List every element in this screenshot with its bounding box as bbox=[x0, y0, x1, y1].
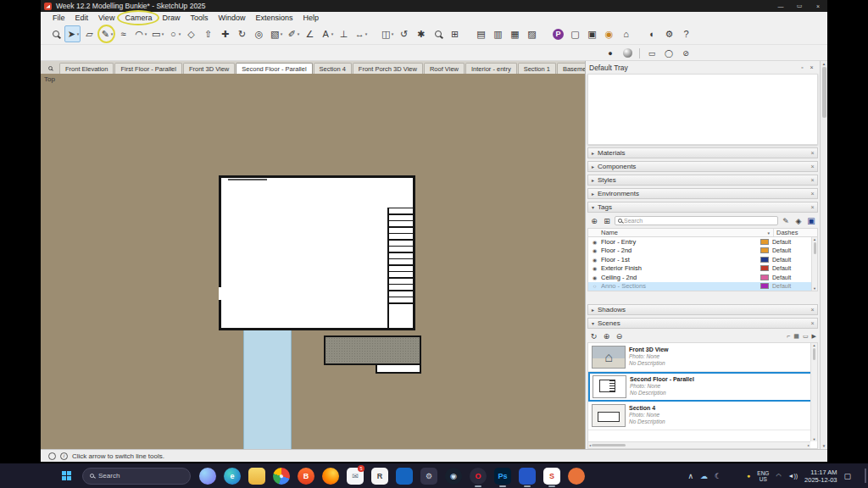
tray-section-materials[interactable]: ▸ Materials × bbox=[587, 147, 818, 158]
tag-row[interactable]: ◉ Floor - 1st Default bbox=[588, 255, 817, 264]
brave-icon[interactable]: B bbox=[296, 465, 316, 487]
tray-section-shadows[interactable]: ▸ Shadows × bbox=[587, 304, 818, 315]
scroll-left-icon[interactable]: ◂ bbox=[589, 443, 591, 447]
tab-section-1[interactable]: Section 1 bbox=[518, 63, 556, 74]
scale-tool-icon[interactable]: ▧ bbox=[268, 25, 284, 42]
edge-icon[interactable]: e bbox=[222, 465, 242, 487]
maximize-button[interactable]: ▭ bbox=[790, 0, 809, 12]
line-tool-icon[interactable]: ✎ bbox=[98, 25, 114, 42]
tag-dashes-value[interactable]: Default bbox=[772, 274, 810, 280]
tag-dashes-value[interactable]: Default bbox=[772, 247, 810, 253]
photoshop-icon[interactable]: Ps bbox=[492, 465, 513, 487]
menu-tools[interactable]: Tools bbox=[185, 14, 213, 22]
purge-tags-icon[interactable]: ▣ bbox=[806, 216, 816, 226]
sandbox-from-contours-icon[interactable]: ▤ bbox=[473, 25, 489, 42]
add-tag-button[interactable]: ⊕ bbox=[589, 216, 599, 226]
ellipse-style-icon[interactable]: ◯ bbox=[662, 47, 676, 59]
dimension-tool-icon[interactable]: ↔ bbox=[353, 25, 369, 42]
select-tool-icon[interactable]: ➤ bbox=[64, 25, 81, 42]
opera-icon[interactable]: O bbox=[468, 465, 488, 487]
close-icon[interactable]: × bbox=[808, 191, 817, 197]
remove-scene-button[interactable]: ⊖ bbox=[615, 332, 624, 341]
text-tool-icon[interactable]: A bbox=[319, 25, 335, 42]
rectangle-style-icon[interactable]: ▭ bbox=[645, 47, 659, 59]
zoom-tool-icon[interactable] bbox=[47, 25, 64, 42]
scenes-horizontal-scrollbar[interactable]: ◂ ▸ bbox=[588, 441, 810, 448]
scrollbar-thumb[interactable] bbox=[813, 348, 815, 360]
language-indicator[interactable]: ENG US bbox=[757, 470, 769, 482]
visibility-eye-icon[interactable]: ◉ bbox=[588, 247, 601, 253]
update-scene-button[interactable]: ↻ bbox=[589, 332, 598, 341]
scenes-scrollbar[interactable]: ▲ ▼ bbox=[810, 343, 817, 441]
podium-options-icon[interactable]: ▢ bbox=[567, 25, 583, 42]
add-scene-button[interactable]: ⊕ bbox=[602, 332, 611, 341]
tag-row[interactable]: ◉ Ceiling - 2nd Default bbox=[588, 273, 817, 282]
notification-bell-icon[interactable]: ▢ bbox=[843, 472, 851, 480]
tag-color-swatch[interactable] bbox=[760, 274, 769, 280]
tag-color-icon[interactable]: ◈ bbox=[793, 216, 804, 226]
position-camera-icon[interactable]: ▣ bbox=[584, 25, 600, 42]
tape-measure-tool-icon[interactable]: ✐ bbox=[285, 25, 301, 42]
geolocation-icon[interactable] bbox=[48, 452, 56, 460]
section-plane-tool-icon[interactable]: ◫ bbox=[379, 25, 395, 42]
close-icon[interactable]: × bbox=[808, 320, 817, 326]
visibility-eye-icon[interactable]: ◉ bbox=[588, 257, 601, 263]
zoom-window-tool-icon[interactable] bbox=[430, 25, 446, 42]
tag-dashes-value[interactable]: Default bbox=[772, 257, 810, 263]
edit-tag-icon[interactable]: ✎ bbox=[781, 216, 791, 226]
tab-front-elevation[interactable]: Front Elevation bbox=[59, 63, 114, 74]
tag-color-swatch[interactable] bbox=[760, 257, 769, 263]
weather-cloud-icon[interactable]: ☁ bbox=[700, 472, 708, 480]
menu-window[interactable]: Window bbox=[213, 14, 250, 22]
close-button[interactable]: × bbox=[809, 0, 827, 12]
rectangle-tool-icon[interactable]: ▭ bbox=[149, 25, 165, 42]
sketchup-icon[interactable]: S bbox=[542, 465, 562, 487]
zoom-extents-tool-icon[interactable]: ⊞ bbox=[447, 25, 463, 42]
tag-color-swatch[interactable] bbox=[760, 265, 769, 271]
tags-scrollbar[interactable]: ▲ ▼ bbox=[811, 237, 817, 291]
file-explorer-icon[interactable] bbox=[247, 465, 267, 487]
moon-icon[interactable]: ☾ bbox=[715, 472, 721, 480]
scene-item-front-3d-view[interactable]: Front 3D View Photo: None No Description bbox=[588, 343, 817, 372]
menu-camera[interactable]: Camera bbox=[120, 14, 157, 22]
tag-dashes-value[interactable]: Default bbox=[772, 283, 810, 289]
play-animation-icon[interactable]: ▶ bbox=[812, 333, 816, 340]
tab-second-floor-parallel[interactable]: Second Floor - Parallel bbox=[236, 63, 312, 74]
chrome-icon[interactable]: ● bbox=[271, 465, 292, 487]
add-tag-folder-button[interactable]: ⊞ bbox=[602, 216, 612, 226]
model-info-icon[interactable]: ⚙ bbox=[661, 25, 677, 42]
tray-pin-icon[interactable]: ▫ bbox=[798, 64, 807, 70]
look-around-icon[interactable]: ◉ bbox=[601, 25, 617, 42]
menu-view[interactable]: View bbox=[93, 14, 120, 22]
menu-help[interactable]: Help bbox=[298, 14, 324, 22]
scroll-right-icon[interactable]: ▸ bbox=[808, 443, 810, 447]
shaded-sphere-icon[interactable] bbox=[620, 47, 634, 59]
close-icon[interactable]: × bbox=[808, 307, 817, 313]
r-app-icon[interactable]: R bbox=[370, 465, 390, 487]
drape-tool-icon[interactable]: ▦ bbox=[507, 25, 523, 42]
menu-draw[interactable]: Draw bbox=[157, 14, 185, 22]
steam-icon[interactable]: ◉ bbox=[443, 465, 464, 487]
point-style-icon[interactable]: ● bbox=[604, 47, 617, 59]
tray-section-tags[interactable]: ▾ Tags × bbox=[587, 202, 818, 213]
visibility-eye-icon[interactable]: ◉ bbox=[588, 274, 601, 280]
sandbox-from-scratch-icon[interactable]: ▥ bbox=[490, 25, 506, 42]
scrollbar-thumb[interactable] bbox=[814, 242, 816, 254]
tray-section-components[interactable]: ▸ Components × bbox=[587, 161, 818, 172]
axes-tool-icon[interactable]: ⊥ bbox=[336, 25, 352, 42]
protractor-tool-icon[interactable]: ∠ bbox=[302, 25, 318, 42]
offset-tool-icon[interactable]: ◎ bbox=[251, 25, 267, 42]
image-render-icon[interactable]: ◐ bbox=[644, 25, 660, 42]
eraser-tool-icon[interactable]: ▱ bbox=[81, 25, 97, 42]
freehand-tool-icon[interactable]: ≈ bbox=[115, 25, 131, 42]
list-view-icon[interactable]: ▭ bbox=[803, 333, 809, 340]
tray-section-environments[interactable]: ▸ Environments × bbox=[587, 188, 818, 199]
close-icon[interactable]: × bbox=[808, 150, 817, 156]
scroll-down-icon[interactable]: ▼ bbox=[813, 286, 816, 291]
tags-search-input[interactable] bbox=[624, 218, 775, 224]
menu-edit[interactable]: Edit bbox=[70, 14, 94, 22]
close-icon[interactable]: × bbox=[808, 204, 817, 210]
tag-color-swatch[interactable] bbox=[760, 283, 769, 289]
circle-tool-icon[interactable]: ○ bbox=[166, 25, 182, 42]
dashes-column-header[interactable]: Dashes bbox=[773, 229, 817, 236]
